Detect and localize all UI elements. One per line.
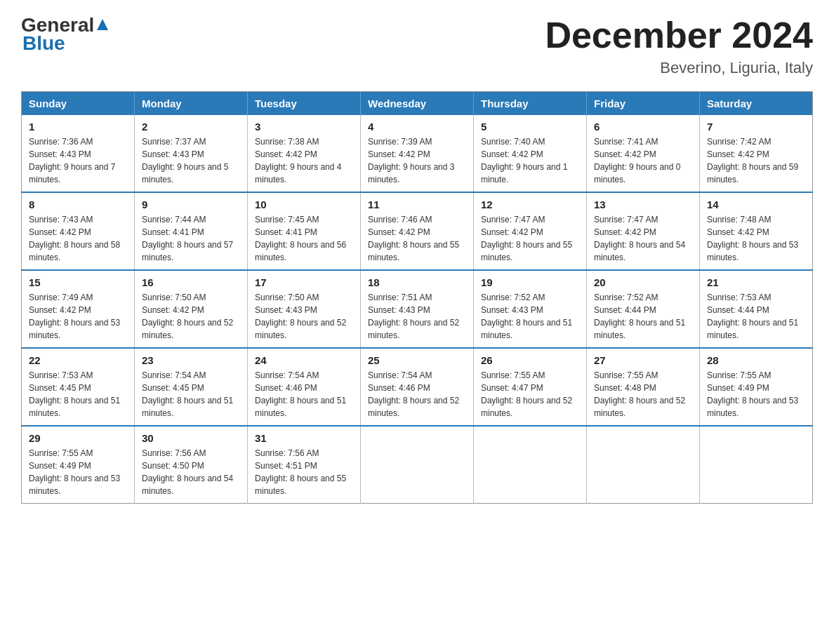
day-info: Sunrise: 7:47 AM Sunset: 4:42 PM Dayligh…: [481, 213, 579, 264]
calendar-cell: 21 Sunrise: 7:53 AM Sunset: 4:44 PM Dayl…: [700, 270, 813, 348]
calendar-cell: 29 Sunrise: 7:55 AM Sunset: 4:49 PM Dayl…: [22, 426, 135, 504]
day-number: 23: [142, 354, 240, 366]
calendar-cell: 28 Sunrise: 7:55 AM Sunset: 4:49 PM Dayl…: [700, 348, 813, 426]
day-number: 28: [707, 354, 805, 366]
header-friday: Friday: [587, 92, 700, 116]
calendar-table: Sunday Monday Tuesday Wednesday Thursday…: [21, 91, 813, 504]
day-info: Sunrise: 7:51 AM Sunset: 4:43 PM Dayligh…: [368, 291, 466, 342]
day-info: Sunrise: 7:55 AM Sunset: 4:49 PM Dayligh…: [29, 447, 127, 497]
calendar-cell: 25 Sunrise: 7:54 AM Sunset: 4:46 PM Dayl…: [361, 348, 474, 426]
calendar-cell: 1 Sunrise: 7:36 AM Sunset: 4:43 PM Dayli…: [22, 115, 135, 192]
day-number: 17: [255, 276, 353, 288]
day-number: 8: [29, 199, 127, 210]
header-thursday: Thursday: [474, 92, 587, 116]
header-saturday: Saturday: [700, 92, 813, 116]
calendar-cell: 30 Sunrise: 7:56 AM Sunset: 4:50 PM Dayl…: [135, 426, 248, 504]
day-info: Sunrise: 7:53 AM Sunset: 4:45 PM Dayligh…: [29, 369, 127, 420]
day-info: Sunrise: 7:52 AM Sunset: 4:43 PM Dayligh…: [481, 291, 579, 342]
calendar-cell: 22 Sunrise: 7:53 AM Sunset: 4:45 PM Dayl…: [22, 348, 135, 426]
day-number: 5: [481, 121, 579, 133]
day-info: Sunrise: 7:44 AM Sunset: 4:41 PM Dayligh…: [142, 213, 240, 264]
calendar-cell: 4 Sunrise: 7:39 AM Sunset: 4:42 PM Dayli…: [361, 115, 474, 192]
day-number: 7: [707, 121, 805, 133]
day-number: 18: [368, 276, 466, 288]
day-info: Sunrise: 7:50 AM Sunset: 4:43 PM Dayligh…: [255, 291, 353, 342]
calendar-cell: 20 Sunrise: 7:52 AM Sunset: 4:44 PM Dayl…: [587, 270, 700, 348]
day-info: Sunrise: 7:56 AM Sunset: 4:50 PM Dayligh…: [142, 447, 240, 497]
week-row-4: 22 Sunrise: 7:53 AM Sunset: 4:45 PM Dayl…: [22, 348, 813, 426]
calendar-cell: 11 Sunrise: 7:46 AM Sunset: 4:42 PM Dayl…: [361, 192, 474, 270]
calendar-cell: 19 Sunrise: 7:52 AM Sunset: 4:43 PM Dayl…: [474, 270, 587, 348]
svg-marker-0: [97, 19, 108, 30]
calendar-cell: 23 Sunrise: 7:54 AM Sunset: 4:45 PM Dayl…: [135, 348, 248, 426]
calendar-cell: 3 Sunrise: 7:38 AM Sunset: 4:42 PM Dayli…: [248, 115, 361, 192]
day-info: Sunrise: 7:55 AM Sunset: 4:48 PM Dayligh…: [594, 369, 692, 420]
day-number: 22: [29, 354, 127, 366]
week-row-5: 29 Sunrise: 7:55 AM Sunset: 4:49 PM Dayl…: [22, 426, 813, 504]
calendar-cell: 13 Sunrise: 7:47 AM Sunset: 4:42 PM Dayl…: [587, 192, 700, 270]
calendar-cell: 31 Sunrise: 7:56 AM Sunset: 4:51 PM Dayl…: [248, 426, 361, 504]
day-number: 11: [368, 199, 466, 210]
calendar-cell: [700, 426, 813, 504]
day-info: Sunrise: 7:36 AM Sunset: 4:43 PM Dayligh…: [29, 135, 127, 186]
calendar-cell: [587, 426, 700, 504]
day-info: Sunrise: 7:49 AM Sunset: 4:42 PM Dayligh…: [29, 291, 127, 342]
day-info: Sunrise: 7:37 AM Sunset: 4:43 PM Dayligh…: [142, 135, 240, 186]
header-sunday: Sunday: [22, 92, 135, 116]
day-number: 19: [481, 276, 579, 288]
day-info: Sunrise: 7:48 AM Sunset: 4:42 PM Dayligh…: [707, 213, 805, 264]
day-info: Sunrise: 7:54 AM Sunset: 4:46 PM Dayligh…: [255, 369, 353, 420]
calendar-cell: 18 Sunrise: 7:51 AM Sunset: 4:43 PM Dayl…: [361, 270, 474, 348]
logo: General Blue: [21, 14, 110, 55]
calendar-cell: 15 Sunrise: 7:49 AM Sunset: 4:42 PM Dayl…: [22, 270, 135, 348]
calendar-cell: 7 Sunrise: 7:42 AM Sunset: 4:42 PM Dayli…: [700, 115, 813, 192]
calendar-cell: 17 Sunrise: 7:50 AM Sunset: 4:43 PM Dayl…: [248, 270, 361, 348]
day-number: 14: [707, 199, 805, 210]
calendar-cell: [474, 426, 587, 504]
day-info: Sunrise: 7:45 AM Sunset: 4:41 PM Dayligh…: [255, 213, 353, 264]
month-title: December 2024: [545, 14, 813, 56]
day-number: 31: [255, 432, 353, 444]
location: Beverino, Liguria, Italy: [545, 59, 813, 77]
logo-blue-text: Blue: [22, 32, 65, 54]
header-tuesday: Tuesday: [248, 92, 361, 116]
week-row-3: 15 Sunrise: 7:49 AM Sunset: 4:42 PM Dayl…: [22, 270, 813, 348]
title-block: December 2024 Beverino, Liguria, Italy: [545, 14, 813, 77]
day-info: Sunrise: 7:54 AM Sunset: 4:45 PM Dayligh…: [142, 369, 240, 420]
day-number: 15: [29, 276, 127, 288]
page-header: General Blue December 2024 Beverino, Lig…: [21, 14, 813, 77]
calendar-cell: 5 Sunrise: 7:40 AM Sunset: 4:42 PM Dayli…: [474, 115, 587, 192]
day-info: Sunrise: 7:55 AM Sunset: 4:47 PM Dayligh…: [481, 369, 579, 420]
day-number: 26: [481, 354, 579, 366]
day-number: 13: [594, 199, 692, 210]
day-number: 30: [142, 432, 240, 444]
day-info: Sunrise: 7:38 AM Sunset: 4:42 PM Dayligh…: [255, 135, 353, 186]
day-info: Sunrise: 7:46 AM Sunset: 4:42 PM Dayligh…: [368, 213, 466, 264]
weekday-header-row: Sunday Monday Tuesday Wednesday Thursday…: [22, 92, 813, 116]
day-number: 6: [594, 121, 692, 133]
calendar-cell: [361, 426, 474, 504]
day-number: 20: [594, 276, 692, 288]
day-number: 12: [481, 199, 579, 210]
day-info: Sunrise: 7:56 AM Sunset: 4:51 PM Dayligh…: [255, 447, 353, 497]
day-info: Sunrise: 7:47 AM Sunset: 4:42 PM Dayligh…: [594, 213, 692, 264]
day-number: 27: [594, 354, 692, 366]
day-number: 29: [29, 432, 127, 444]
day-number: 24: [255, 354, 353, 366]
calendar-cell: 27 Sunrise: 7:55 AM Sunset: 4:48 PM Dayl…: [587, 348, 700, 426]
calendar-cell: 8 Sunrise: 7:43 AM Sunset: 4:42 PM Dayli…: [22, 192, 135, 270]
calendar-cell: 2 Sunrise: 7:37 AM Sunset: 4:43 PM Dayli…: [135, 115, 248, 192]
calendar-cell: 12 Sunrise: 7:47 AM Sunset: 4:42 PM Dayl…: [474, 192, 587, 270]
week-row-2: 8 Sunrise: 7:43 AM Sunset: 4:42 PM Dayli…: [22, 192, 813, 270]
calendar-cell: 26 Sunrise: 7:55 AM Sunset: 4:47 PM Dayl…: [474, 348, 587, 426]
day-info: Sunrise: 7:41 AM Sunset: 4:42 PM Dayligh…: [594, 135, 692, 186]
calendar-cell: 14 Sunrise: 7:48 AM Sunset: 4:42 PM Dayl…: [700, 192, 813, 270]
day-info: Sunrise: 7:39 AM Sunset: 4:42 PM Dayligh…: [368, 135, 466, 186]
day-number: 1: [29, 121, 127, 133]
header-wednesday: Wednesday: [361, 92, 474, 116]
calendar-cell: 16 Sunrise: 7:50 AM Sunset: 4:42 PM Dayl…: [135, 270, 248, 348]
day-number: 25: [368, 354, 466, 366]
calendar-cell: 10 Sunrise: 7:45 AM Sunset: 4:41 PM Dayl…: [248, 192, 361, 270]
day-info: Sunrise: 7:40 AM Sunset: 4:42 PM Dayligh…: [481, 135, 579, 186]
day-info: Sunrise: 7:52 AM Sunset: 4:44 PM Dayligh…: [594, 291, 692, 342]
